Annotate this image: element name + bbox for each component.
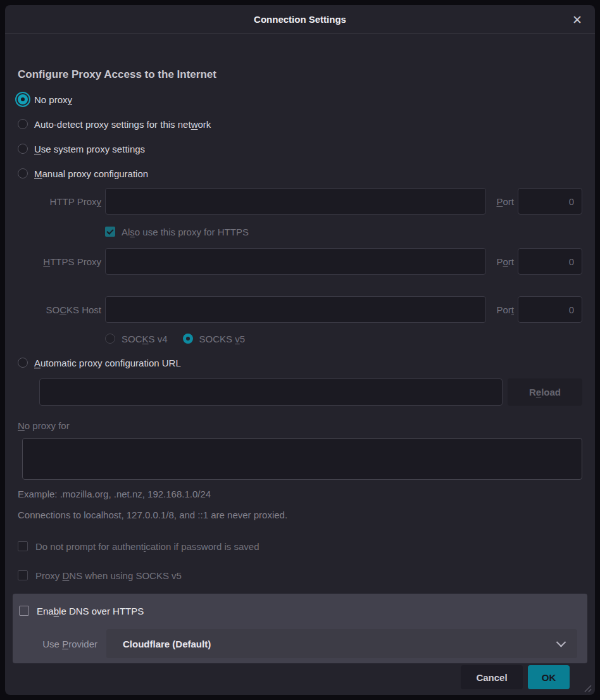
http-proxy-label: HTTP Proxy: [18, 196, 101, 207]
close-icon[interactable]: ✕: [570, 11, 585, 28]
dialog-title: Connection Settings: [254, 14, 346, 25]
radio-selected-icon: [183, 334, 193, 344]
chevron-down-icon: [556, 637, 566, 647]
provider-selected-value: Cloudflare (Default): [123, 639, 211, 649]
radio-icon: [105, 334, 115, 344]
checkbox-icon: [18, 541, 28, 551]
also-https-row: Also use this proxy for HTTPS: [105, 224, 582, 239]
screen: Connection Settings ✕ Configure Proxy Ac…: [0, 0, 600, 700]
dialog-footer: Cancel OK: [18, 663, 582, 689]
radio-autoconfig-label: Automatic proxy configuration URL: [34, 358, 181, 368]
proxy-dns-row: Proxy DNS when using SOCKS v5: [18, 568, 582, 583]
socks-host-label: SOCKS Host: [18, 304, 101, 315]
http-port-input: [518, 188, 582, 215]
socks-host-input: [105, 296, 486, 323]
enable-doh-row[interactable]: Enable DNS over HTTPS: [19, 603, 577, 618]
cancel-button[interactable]: Cancel: [461, 665, 523, 689]
radio-icon[interactable]: [18, 119, 28, 129]
example-hint: Example: .mozilla.org, .net.nz, 192.168.…: [18, 488, 582, 501]
proxy-dns-label: Proxy DNS when using SOCKS v5: [35, 570, 182, 581]
checkbox-icon: [18, 570, 28, 580]
radio-autoconfig[interactable]: Automatic proxy configuration URL: [18, 355, 582, 370]
radio-icon[interactable]: [18, 358, 28, 368]
checkbox-icon[interactable]: [19, 606, 29, 616]
no-auth-prompt-row: Do not prompt for authentication if pass…: [18, 539, 582, 554]
no-proxy-for-textarea: [22, 438, 582, 480]
enable-doh-label: Enable DNS over HTTPS: [37, 606, 144, 616]
reload-button: Reload: [508, 378, 582, 406]
https-proxy-label: HTTPS Proxy: [18, 256, 101, 267]
checkbox-checked-icon: [105, 227, 115, 237]
https-proxy-row: HTTPS Proxy Port: [18, 248, 582, 275]
dialog-content: Configure Proxy Access to the Internet N…: [5, 34, 595, 695]
radio-manual-proxy-label: Manual proxy configuration: [34, 168, 148, 179]
radio-auto-detect[interactable]: Auto-detect proxy settings for this netw…: [18, 116, 582, 132]
http-port-label: Port: [490, 196, 514, 207]
radio-system-proxy[interactable]: Use system proxy settings: [18, 141, 582, 156]
radio-manual-proxy[interactable]: Manual proxy configuration: [18, 166, 582, 181]
radio-system-proxy-label: Use system proxy settings: [34, 144, 145, 154]
radio-no-proxy[interactable]: No proxy: [18, 92, 582, 107]
dialog-titlebar: Connection Settings ✕: [5, 5, 595, 34]
use-provider-label: Use Provider: [19, 639, 97, 649]
autoconfig-url-row: Reload: [39, 378, 582, 406]
radio-no-proxy-label: No proxy: [34, 94, 72, 105]
provider-dropdown[interactable]: Cloudflare (Default): [106, 629, 577, 658]
https-proxy-input: [105, 248, 486, 275]
localhost-hint: Connections to localhost, 127.0.0.1/8, a…: [18, 509, 582, 522]
radio-icon[interactable]: [18, 144, 28, 154]
proxy-mode-group: No proxy Auto-detect proxy settings for …: [18, 92, 582, 181]
https-port-input: [518, 248, 582, 275]
ok-button[interactable]: OK: [528, 665, 570, 689]
connection-settings-dialog: Connection Settings ✕ Configure Proxy Ac…: [5, 5, 595, 695]
radio-auto-detect-label: Auto-detect proxy settings for this netw…: [34, 119, 211, 130]
socks-v4-label: SOCKS v4: [122, 334, 168, 344]
http-proxy-input: [105, 188, 486, 215]
autoconfig-url-input: [39, 378, 503, 406]
socks-port-label: Port: [490, 304, 514, 315]
also-https-label: Also use this proxy for HTTPS: [122, 227, 249, 237]
socks-port-input: [518, 296, 582, 323]
socks-version-row: SOCKS v4 SOCKS v5: [105, 331, 582, 346]
doh-highlight-section: Enable DNS over HTTPS Use Provider Cloud…: [13, 594, 587, 663]
http-proxy-row: HTTP Proxy Port: [18, 188, 582, 215]
https-port-label: Port: [490, 256, 514, 267]
no-proxy-for-label: No proxy for: [18, 418, 582, 432]
radio-icon[interactable]: [18, 168, 28, 178]
socks-v5-label: SOCKS v5: [199, 334, 246, 344]
resize-grip-icon[interactable]: [583, 684, 592, 692]
no-auth-prompt-label: Do not prompt for authentication if pass…: [35, 541, 259, 552]
provider-row: Use Provider Cloudflare (Default): [19, 629, 577, 658]
socks-host-row: SOCKS Host Port: [18, 296, 582, 323]
page-title: Configure Proxy Access to the Internet: [18, 67, 582, 82]
radio-selected-icon[interactable]: [18, 94, 28, 104]
